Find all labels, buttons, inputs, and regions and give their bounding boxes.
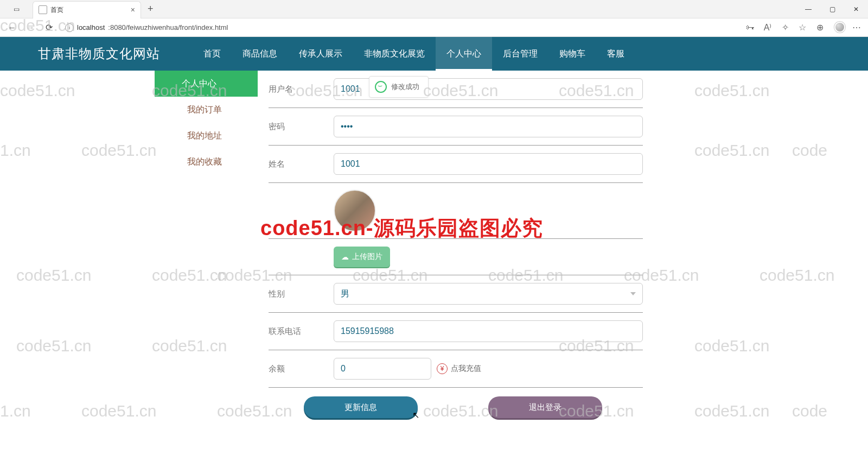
collections-icon[interactable]: ⊕ [814, 22, 826, 34]
browser-tab[interactable]: 首页 × [33, 1, 141, 18]
gender-value: 男 [341, 288, 349, 300]
smile-icon [375, 81, 387, 93]
password-label: 密码 [269, 122, 334, 132]
nav-exhibition[interactable]: 非物质文化展览 [353, 37, 436, 71]
back-button[interactable]: ← [5, 21, 18, 34]
cloud-upload-icon: ☁ [341, 253, 349, 261]
sidebar-item-orders[interactable]: 我的订单 [155, 97, 258, 123]
site-topnav: 甘肃非物质文化网站 首页 商品信息 传承人展示 非物质文化展览 个人中心 后台管… [0, 37, 868, 71]
address-bar[interactable]: i localhost:8080/feiwuzhiwenhua/front/in… [61, 23, 739, 32]
balance-input[interactable] [334, 358, 431, 380]
minimize-button[interactable]: — [796, 0, 820, 18]
new-tab-button[interactable]: + [144, 3, 157, 15]
url-path: :8080/feiwuzhiwenhua/front/index.html [108, 23, 228, 31]
name-input[interactable] [334, 153, 643, 175]
sidebar-item-profile[interactable]: 个人中心 [155, 71, 258, 97]
sidebar-item-address[interactable]: 我的地址 [155, 123, 258, 149]
page-icon [39, 5, 47, 14]
gender-select[interactable]: 男 [334, 283, 643, 305]
browser-tab-strip: ▭ 首页 × + — ▢ ✕ [0, 0, 868, 18]
star-icon[interactable]: ✧ [779, 22, 791, 34]
close-window-button[interactable]: ✕ [844, 0, 868, 18]
tab-actions-icon[interactable]: ▭ [4, 0, 28, 18]
phone-label: 联系电话 [269, 326, 334, 337]
upload-button-label: 上传图片 [352, 252, 382, 262]
success-toast: 修改成功 [369, 76, 429, 98]
read-aloud-icon[interactable]: A⁾ [762, 22, 774, 34]
toast-text: 修改成功 [391, 82, 419, 92]
logout-button[interactable]: 退出登录 [488, 396, 602, 418]
chevron-down-icon [630, 292, 636, 295]
browser-toolbar: ← → ⟳ i localhost:8080/feiwuzhiwenhua/fr… [0, 18, 868, 37]
cursor-icon: ↖ [412, 410, 419, 420]
menu-icon[interactable]: ⋯ [851, 22, 863, 34]
upload-image-button[interactable]: ☁ 上传图片 [334, 247, 390, 267]
balance-label: 余额 [269, 364, 334, 374]
site-info-icon[interactable]: i [65, 23, 74, 32]
key-icon[interactable]: 🗝 [744, 22, 756, 34]
maximize-button[interactable]: ▢ [820, 0, 844, 18]
avatar-row [269, 183, 643, 239]
gender-label: 性别 [269, 289, 334, 299]
profile-avatar[interactable] [834, 22, 845, 33]
recharge-text: 点我充值 [451, 364, 481, 374]
yen-icon: ¥ [437, 363, 448, 374]
phone-input[interactable] [334, 320, 643, 342]
nav-admin[interactable]: 后台管理 [492, 37, 548, 71]
tab-title: 首页 [50, 5, 63, 15]
close-tab-icon[interactable]: × [131, 5, 135, 14]
avatar-image[interactable] [334, 190, 376, 232]
sidebar-item-favorites[interactable]: 我的收藏 [155, 149, 258, 175]
url-host: localhost [77, 23, 105, 31]
nav-personal-center[interactable]: 个人中心 [436, 37, 492, 71]
sidebar: 个人中心 我的订单 我的地址 我的收藏 [155, 71, 258, 418]
nav-home[interactable]: 首页 [193, 37, 232, 71]
refresh-button[interactable]: ⟳ [42, 21, 55, 34]
nav-service[interactable]: 客服 [596, 37, 635, 71]
password-input[interactable] [334, 116, 643, 137]
update-button[interactable]: 更新信息 [304, 396, 418, 418]
username-label: 用户名 [269, 84, 334, 94]
nav-inheritors[interactable]: 传承人展示 [288, 37, 353, 71]
recharge-link[interactable]: ¥ 点我充值 [437, 363, 481, 374]
site-brand: 甘肃非物质文化网站 [38, 45, 160, 62]
nav-items: 首页 商品信息 传承人展示 非物质文化展览 个人中心 后台管理 购物车 客服 [193, 37, 635, 71]
nav-products[interactable]: 商品信息 [232, 37, 288, 71]
name-label: 姓名 [269, 159, 334, 169]
favorites-icon[interactable]: ☆ [796, 22, 808, 34]
profile-form: 用户名 密码 姓名 ☁ 上传图片 性别 男 联系电话 [269, 71, 643, 418]
forward-button[interactable]: → [24, 21, 37, 34]
nav-cart[interactable]: 购物车 [548, 37, 596, 71]
